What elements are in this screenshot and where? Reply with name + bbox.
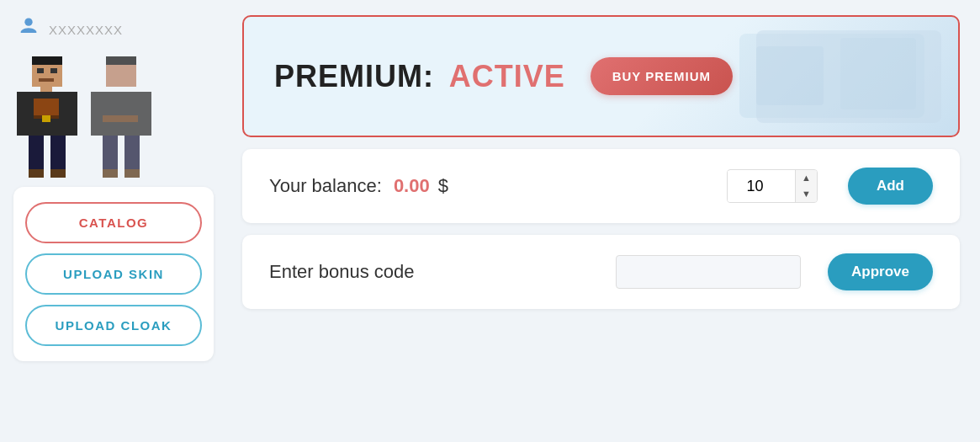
svg-rect-22 <box>103 115 138 122</box>
svg-rect-29 <box>840 38 916 109</box>
username-label: XXXXXXXX <box>49 23 123 37</box>
svg-rect-14 <box>42 115 50 122</box>
svg-point-0 <box>24 19 32 26</box>
stepper-down-button[interactable]: ▼ <box>796 186 817 202</box>
bonus-code-input[interactable] <box>616 255 801 289</box>
svg-rect-20 <box>91 92 101 136</box>
svg-rect-8 <box>34 99 59 115</box>
bonus-card: Enter bonus code Approve <box>242 235 960 309</box>
svg-rect-27 <box>739 34 924 118</box>
svg-rect-16 <box>50 169 66 178</box>
balance-amount: 0.00 <box>394 175 430 196</box>
skin-preview <box>13 56 214 187</box>
balance-label: Your balance: 0.00 $ <box>269 175 448 197</box>
add-button[interactable]: Add <box>848 168 933 205</box>
svg-rect-11 <box>67 92 77 136</box>
svg-rect-2 <box>32 56 62 65</box>
premium-card: PREMIUM: ACTIVE BUY PREMIUM <box>242 15 960 137</box>
upload-skin-button[interactable]: UPLOAD SKIN <box>25 253 202 295</box>
svg-rect-4 <box>50 68 57 73</box>
svg-rect-18 <box>106 56 136 65</box>
bonus-label: Enter bonus code <box>269 261 414 283</box>
svg-rect-21 <box>141 92 151 136</box>
amount-input[interactable] <box>728 171 795 202</box>
svg-rect-15 <box>29 169 44 178</box>
svg-rect-19 <box>101 92 141 136</box>
user-icon <box>17 15 40 45</box>
sidebar: XXXXXXXX <box>0 0 227 442</box>
svg-rect-28 <box>756 46 824 105</box>
user-info: XXXXXXXX <box>13 15 214 45</box>
balance-card: Your balance: 0.00 $ ▲ ▼ Add <box>242 149 960 223</box>
main-content: PREMIUM: ACTIVE BUY PREMIUM Your balance… <box>227 0 980 442</box>
upload-cloak-button[interactable]: UPLOAD CLOAK <box>25 305 202 346</box>
svg-rect-25 <box>103 169 118 178</box>
svg-rect-6 <box>40 87 52 92</box>
balance-label-text: Your balance: <box>269 175 382 196</box>
skin-front <box>17 56 77 187</box>
svg-rect-5 <box>39 78 54 82</box>
stepper-buttons: ▲ ▼ <box>795 170 817 203</box>
premium-status: ACTIVE <box>441 59 565 93</box>
svg-rect-10 <box>17 92 27 136</box>
stepper-up-button[interactable]: ▲ <box>796 170 817 186</box>
approve-button[interactable]: Approve <box>828 253 933 290</box>
premium-decoration <box>731 25 933 126</box>
premium-title: PREMIUM: ACTIVE <box>274 59 565 94</box>
catalog-button[interactable]: CATALOG <box>25 202 202 243</box>
skin-back <box>91 56 151 187</box>
svg-rect-3 <box>37 68 44 73</box>
amount-input-wrap: ▲ ▼ <box>727 169 818 204</box>
premium-label-prefix: PREMIUM: <box>274 59 434 93</box>
svg-rect-26 <box>124 169 140 178</box>
balance-currency: $ <box>438 175 448 196</box>
buy-premium-button[interactable]: BUY PREMIUM <box>591 57 733 95</box>
sidebar-nav: CATALOG UPLOAD SKIN UPLOAD CLOAK <box>13 187 214 361</box>
